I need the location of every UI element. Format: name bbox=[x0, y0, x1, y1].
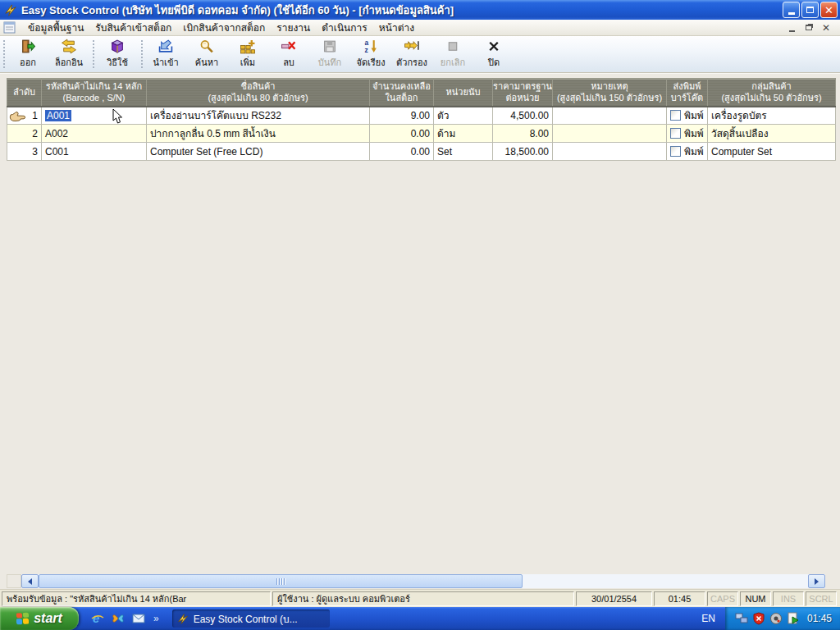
menu-stock-in[interactable]: รับสินค้าเข้าสต็อก bbox=[89, 18, 177, 37]
help-icon bbox=[109, 39, 126, 54]
group-cell[interactable]: เครื่องรูดบัตร bbox=[708, 107, 836, 125]
print-barcode-checkbox[interactable] bbox=[670, 110, 681, 121]
statusbar: พร้อมรับข้อมูล : "รหัสสินค้าไม่เกิน 14 ห… bbox=[0, 589, 840, 607]
mdi-client-area: ลำดับ รหัสสินค้าไม่เกิน 14 หลัก(Barcode … bbox=[0, 73, 840, 589]
name-cell[interactable]: ปากกาลูกลื่น 0.5 mm สีน้ำเงิน bbox=[147, 125, 370, 143]
volume-icon[interactable] bbox=[769, 612, 783, 625]
qty-cell[interactable]: 0.00 bbox=[370, 125, 434, 143]
internet-explorer-icon[interactable]: e bbox=[90, 611, 105, 626]
minimize-button[interactable] bbox=[783, 2, 800, 18]
scrollbar-thumb[interactable] bbox=[39, 574, 523, 588]
restore-button[interactable] bbox=[801, 2, 819, 18]
toolbar-label: ล็อกอิน bbox=[55, 55, 83, 70]
price-cell[interactable]: 4,500.00 bbox=[493, 107, 553, 125]
windows-logo-icon bbox=[16, 612, 30, 625]
menu-master-data[interactable]: ข้อมูลพื้นฐาน bbox=[22, 18, 89, 37]
close-form-button[interactable]: ปิด bbox=[473, 38, 514, 71]
add-button[interactable]: เพิ่ม bbox=[227, 38, 268, 71]
menubar: ข้อมูลพื้นฐาน รับสินค้าเข้าสต็อก เบิกสิน… bbox=[0, 20, 840, 36]
exit-button[interactable]: ออก bbox=[7, 38, 48, 71]
toolbar-label: นำเข้า bbox=[153, 55, 178, 70]
mail-icon[interactable] bbox=[131, 611, 146, 626]
code-cell[interactable]: A001 bbox=[42, 107, 147, 125]
scroll-left-button[interactable] bbox=[21, 574, 39, 588]
table-row: 2 A002 ปากกาลูกลื่น 0.5 mm สีน้ำเงิน 0.0… bbox=[7, 125, 836, 143]
toolbar-label: ลบ bbox=[283, 55, 294, 70]
menu-window[interactable]: หน้าต่าง bbox=[373, 18, 420, 37]
application-status-icon[interactable] bbox=[787, 612, 800, 625]
scroll-left-icon bbox=[28, 578, 32, 585]
selected-text: A001 bbox=[45, 110, 71, 121]
mdi-close-button[interactable]: ✕ bbox=[819, 21, 833, 34]
svg-text:e: e bbox=[93, 611, 99, 625]
search-button[interactable]: ค้นหา bbox=[186, 38, 227, 71]
start-button[interactable]: start bbox=[0, 607, 79, 630]
quick-launch-overflow-chevron[interactable]: » bbox=[152, 613, 161, 624]
print-cell: พิมพ์ bbox=[667, 125, 708, 143]
easy-stock-control-window: { "titlebar": { "title": "Easy Stock Con… bbox=[0, 0, 840, 630]
form-icon bbox=[3, 21, 16, 34]
cancel-button[interactable]: ยกเลิก bbox=[432, 38, 473, 71]
name-cell[interactable]: Computer Set (Free LCD) bbox=[147, 143, 370, 161]
filter-icon bbox=[404, 39, 420, 54]
code-cell[interactable]: A002 bbox=[42, 125, 147, 143]
unit-cell[interactable]: ด้าม bbox=[434, 125, 493, 143]
filter-button[interactable]: ตัวกรอง bbox=[391, 38, 432, 71]
toolbar-label: ยกเลิก bbox=[441, 55, 465, 70]
quick-launch: e » bbox=[79, 611, 167, 626]
qty-cell[interactable]: 9.00 bbox=[370, 107, 434, 125]
security-alert-icon[interactable] bbox=[752, 612, 765, 625]
language-indicator[interactable]: EN bbox=[692, 613, 725, 624]
print-barcode-checkbox[interactable] bbox=[670, 128, 681, 139]
toolbar-grip bbox=[91, 40, 95, 68]
group-cell[interactable]: Computer Set bbox=[708, 143, 836, 161]
col-header-print: ส่งพิมพ์บาร์โค๊ต bbox=[667, 79, 708, 107]
mdi-minimize-button[interactable] bbox=[784, 21, 799, 34]
print-label: พิมพ์ bbox=[684, 107, 704, 123]
mdi-restore-button[interactable] bbox=[801, 21, 816, 34]
network-icon[interactable] bbox=[735, 612, 748, 625]
price-cell[interactable]: 18,500.00 bbox=[493, 143, 553, 161]
login-button[interactable]: ล็อกอิน bbox=[48, 38, 89, 71]
messenger-icon[interactable] bbox=[111, 611, 126, 626]
unit-cell[interactable]: ตัว bbox=[434, 107, 493, 125]
note-cell[interactable] bbox=[553, 143, 667, 161]
close-button[interactable]: ✕ bbox=[820, 2, 838, 18]
scrollbar-track[interactable] bbox=[523, 574, 808, 588]
note-cell[interactable] bbox=[553, 125, 667, 143]
status-time: 01:45 bbox=[654, 591, 705, 606]
sort-button[interactable]: a z จัดเรียง bbox=[350, 38, 391, 71]
menu-operations[interactable]: ดำเนินการ bbox=[316, 18, 373, 37]
qty-cell[interactable]: 0.00 bbox=[370, 143, 434, 161]
table-row: 1 A001 เครื่องอ่านบาร์โค๊ตแบบ RS232 9.00… bbox=[7, 107, 836, 125]
taskbar-task-button[interactable]: Easy Stock Control (บ... bbox=[172, 609, 330, 628]
task-app-icon bbox=[177, 613, 189, 625]
toolbar-label: เพิ่ม bbox=[240, 55, 255, 70]
menu-stock-out[interactable]: เบิกสินค้าจากสต็อก bbox=[177, 18, 271, 37]
delete-button[interactable]: ลบ bbox=[268, 38, 309, 71]
grid-header-row: ลำดับ รหัสสินค้าไม่เกิน 14 หลัก(Barcode … bbox=[7, 79, 836, 107]
toolbar-grip bbox=[2, 40, 6, 68]
delete-icon bbox=[281, 39, 297, 54]
start-label: start bbox=[34, 611, 62, 626]
scrollbar-corner bbox=[7, 574, 21, 588]
print-barcode-checkbox[interactable] bbox=[670, 146, 681, 157]
login-icon bbox=[61, 39, 77, 54]
scroll-right-button[interactable] bbox=[808, 574, 825, 588]
import-button[interactable]: นำเข้า bbox=[145, 38, 186, 71]
group-cell[interactable]: วัสดุสิ้นเปลือง bbox=[708, 125, 836, 143]
note-cell[interactable] bbox=[553, 107, 667, 125]
help-button[interactable]: วิธีใช้ bbox=[97, 38, 138, 71]
code-cell[interactable]: C001 bbox=[42, 143, 147, 161]
unit-cell[interactable]: Set bbox=[434, 143, 493, 161]
save-button[interactable]: บันทึก bbox=[309, 38, 350, 71]
minimize-icon bbox=[788, 12, 795, 15]
menu-reports[interactable]: รายงาน bbox=[271, 18, 316, 37]
price-cell[interactable]: 8.00 bbox=[493, 125, 553, 143]
col-header-group: กลุ่มสินค้า(สูงสุดไม่เกิน 50 ตัวอักษร) bbox=[708, 79, 836, 107]
name-cell[interactable]: เครื่องอ่านบาร์โค๊ตแบบ RS232 bbox=[147, 107, 370, 125]
toolbar-label: ค้นหา bbox=[195, 55, 218, 70]
window-title: Easy Stock Control (บริษัท ไทยพีบิดี ดอท… bbox=[21, 2, 779, 19]
status-date: 30/01/2554 bbox=[576, 591, 652, 606]
col-header-price: ราคามาตรฐานต่อหน่วย bbox=[493, 79, 553, 107]
